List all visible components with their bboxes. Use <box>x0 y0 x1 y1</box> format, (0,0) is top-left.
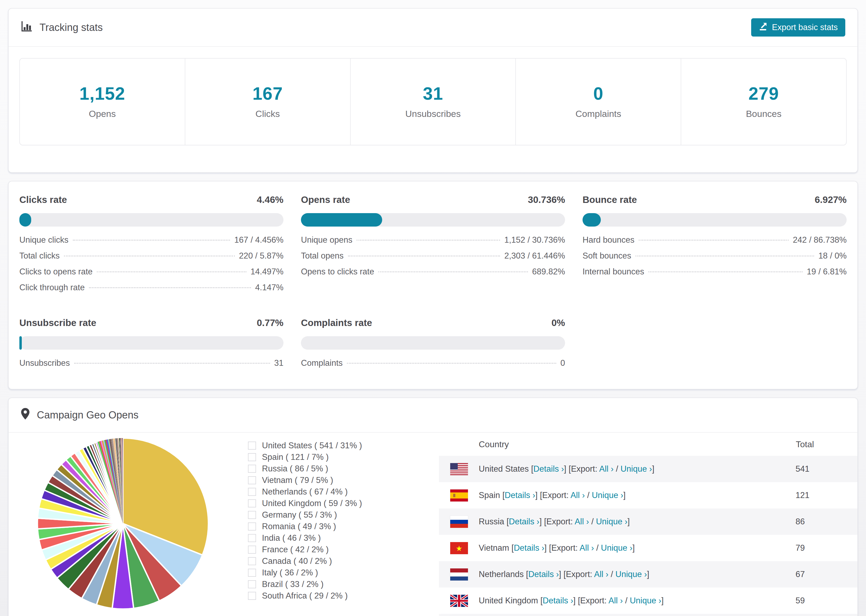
total-value: 541 <box>795 456 857 482</box>
export-all-link[interactable]: All › <box>599 464 614 473</box>
stats-strip: 1,152 Opens167 Clicks31 Unsubscribes0 Co… <box>19 58 847 145</box>
progress-bar <box>19 213 283 226</box>
details-link[interactable]: Details › <box>533 464 564 473</box>
legend-item: Netherlands ( 67 / 4% ) <box>248 486 439 498</box>
legend-label: India ( 46 / 3% ) <box>262 533 321 543</box>
export-unique-link[interactable]: Unique › <box>592 490 623 500</box>
legend-swatch <box>248 592 256 600</box>
legend-item: France ( 42 / 2% ) <box>248 544 439 555</box>
total-value: 121 <box>795 482 857 509</box>
legend-item: Russia ( 86 / 5% ) <box>248 463 439 475</box>
map-pin-icon <box>21 408 30 423</box>
rate-value: 0.77% <box>257 317 283 328</box>
progress-bar <box>19 336 283 350</box>
export-unique-link[interactable]: Unique › <box>601 543 632 553</box>
total-column-header: Total <box>795 433 857 456</box>
details-link[interactable]: Details › <box>543 596 573 605</box>
geo-title: Campaign Geo Opens <box>37 409 139 421</box>
country-links: United Kingdom [Details ›] [Export: All … <box>479 596 664 605</box>
progress-bar <box>301 213 565 226</box>
rate-stat-row: Unsubscribes 31 <box>19 358 283 374</box>
rates-grid: Clicks rate 4.46% Unique clicks 167 / 4.… <box>19 194 847 374</box>
progress-bar-fill <box>19 336 22 350</box>
stat-label: Clicks <box>185 108 350 119</box>
legend-swatch <box>248 545 256 554</box>
country-name: United Kingdom <box>479 596 538 605</box>
legend-swatch <box>248 465 256 473</box>
country-links: United States [Details ›] [Export: All ›… <box>479 464 654 474</box>
rate-block-bounce-rate: Bounce rate 6.927% Hard bounces 242 / 86… <box>583 194 847 299</box>
geo-opens-card: Campaign Geo Opens United States ( 541 /… <box>8 398 858 616</box>
legend-swatch <box>248 569 256 577</box>
export-unique-link[interactable]: Unique › <box>630 596 661 605</box>
export-all-link[interactable]: All › <box>594 569 608 579</box>
export-unique-link[interactable]: Unique › <box>596 517 627 526</box>
geo-table: Country Total United States [Details ›] … <box>439 433 857 616</box>
legend-label: South Africa ( 29 / 2% ) <box>262 591 348 601</box>
rate-stat-row: Unique opens 1,152 / 30.736% <box>301 235 565 251</box>
country-links: Spain [Details ›] [Export: All › / Uniqu… <box>479 490 625 500</box>
geo-table-row-us: United States [Details ›] [Export: All ›… <box>439 456 857 482</box>
legend-swatch <box>248 453 256 461</box>
legend-swatch <box>248 580 256 588</box>
tracking-stats-card: Tracking stats Export basic stats 1,152 … <box>8 8 858 173</box>
export-unique-link[interactable]: Unique › <box>615 569 647 579</box>
rate-stat-row: Click through rate 4.147% <box>19 283 283 299</box>
details-link[interactable]: Details › <box>505 490 535 500</box>
geo-table-container: Country Total United States [Details ›] … <box>439 433 857 616</box>
rate-block-complaints-rate: Complaints rate 0% Complaints 0 <box>301 317 565 374</box>
stat-cell-complaints: 0 Complaints <box>515 58 681 145</box>
rate-title: Complaints rate <box>301 317 372 328</box>
export-icon <box>759 22 768 33</box>
legend-label: Brazil ( 33 / 2% ) <box>262 580 324 589</box>
total-value <box>795 614 857 616</box>
rates-card: Clicks rate 4.46% Unique clicks 167 / 4.… <box>8 181 858 390</box>
export-all-link[interactable]: All › <box>575 517 589 526</box>
rate-value: 4.46% <box>257 194 283 205</box>
stat-label: Complaints <box>516 108 681 119</box>
legend-item: Spain ( 121 / 7% ) <box>248 451 439 463</box>
progress-bar <box>301 336 565 350</box>
details-link[interactable]: Details › <box>528 569 559 579</box>
export-all-link[interactable]: All › <box>579 543 594 553</box>
rate-stat-row: Clicks to opens rate 14.497% <box>19 267 283 283</box>
dotted-leader <box>357 240 500 240</box>
legend-label: Germany ( 55 / 3% ) <box>262 510 337 520</box>
rate-value: 30.736% <box>528 194 565 205</box>
stat-cell-opens: 1,152 Opens <box>20 58 185 145</box>
legend-swatch <box>248 476 256 484</box>
rate-block-opens-rate: Opens rate 30.736% Unique opens 1,152 / … <box>301 194 565 299</box>
legend-label: Romania ( 49 / 3% ) <box>262 522 336 531</box>
dotted-leader <box>347 363 556 364</box>
country-name: Russia <box>479 517 504 526</box>
legend-swatch <box>248 488 256 496</box>
progress-bar-fill <box>583 213 601 226</box>
export-unique-link[interactable]: Unique › <box>620 464 652 473</box>
rate-value: 0% <box>551 317 565 328</box>
country-name: Netherlands <box>479 569 524 579</box>
rate-stat-row: Total clicks 220 / 5.87% <box>19 251 283 267</box>
legend-label: Russia ( 86 / 5% ) <box>262 464 328 473</box>
rate-block-unsubscribe-rate: Unsubscribe rate 0.77% Unsubscribes 31 <box>19 317 283 374</box>
tracking-stats-header: Tracking stats Export basic stats <box>9 9 857 46</box>
progress-bar-fill <box>301 213 382 226</box>
export-all-link[interactable]: All › <box>570 490 585 500</box>
total-value: 79 <box>795 535 857 561</box>
export-basic-stats-button[interactable]: Export basic stats <box>751 18 845 36</box>
rate-title: Bounce rate <box>583 194 637 205</box>
geo-table-row-nl: Netherlands [Details ›] [Export: All › /… <box>439 561 857 588</box>
country-name: Vietnam <box>479 543 509 553</box>
legend-item: United States ( 541 / 31% ) <box>248 440 439 451</box>
stat-value: 279 <box>681 83 846 104</box>
country-name: Spain <box>479 490 500 500</box>
rate-title: Clicks rate <box>19 194 67 205</box>
rate-stat-row: Hard bounces 242 / 86.738% <box>583 235 847 251</box>
dotted-leader <box>97 272 246 272</box>
details-link[interactable]: Details › <box>514 543 544 553</box>
geo-table-row-partial <box>439 614 857 616</box>
header-divider <box>9 46 857 47</box>
rate-stat-row: Total opens 2,303 / 61.446% <box>301 251 565 267</box>
details-link[interactable]: Details › <box>509 517 540 526</box>
legend-label: Italy ( 36 / 2% ) <box>262 568 318 578</box>
export-all-link[interactable]: All › <box>608 596 623 605</box>
